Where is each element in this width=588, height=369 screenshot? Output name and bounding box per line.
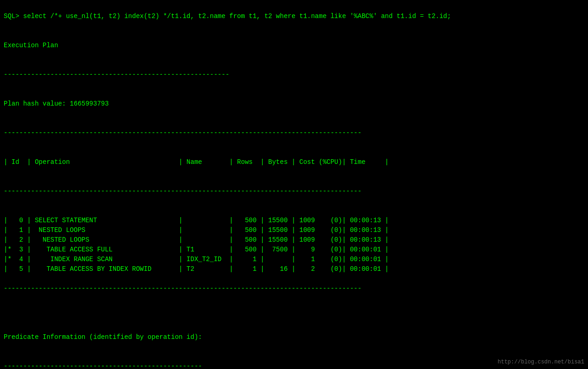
watermark-text: http://blog.csdn.net/bisa1: [498, 359, 584, 365]
divider1: ----------------------------------------…: [4, 71, 229, 78]
sql-query-line: SQL> select /*+ use_nl(t1, t2) index(t2)…: [4, 13, 451, 20]
divider5: ----------------------------------------…: [4, 363, 202, 369]
plan-hash: Plan hash value: 1665993793: [4, 100, 109, 107]
divider2: ----------------------------------------…: [4, 129, 362, 137]
predicate-header: Predicate Information (identified by ope…: [4, 333, 202, 341]
table-rows-container: | 0 | SELECT STATEMENT | | 500 | 15500 |…: [4, 217, 389, 273]
table-header: | Id | Operation | Name | Rows | Bytes |…: [4, 158, 389, 166]
table-row: | 0 | SELECT STATEMENT | | 500 | 15500 |…: [4, 217, 389, 224]
table-row: | 2 | NESTED LOOPS | | 500 | 15500 | 100…: [4, 236, 389, 244]
table-row: | 5 | TABLE ACCESS BY INDEX ROWID | T2 |…: [4, 265, 389, 273]
divider3: ----------------------------------------…: [4, 188, 362, 195]
divider4: ----------------------------------------…: [4, 285, 362, 292]
table-row: | 1 | NESTED LOOPS | | 500 | 15500 | 100…: [4, 226, 389, 234]
terminal-output: SQL> select /*+ use_nl(t1, t2) index(t2)…: [4, 2, 584, 369]
table-row: |* 3 | TABLE ACCESS FULL | T1 | 500 | 75…: [4, 246, 389, 253]
table-row: |* 4 | INDEX RANGE SCAN | IDX_T2_ID | 1 …: [4, 256, 389, 263]
execution-plan-header: Execution Plan: [4, 42, 58, 49]
